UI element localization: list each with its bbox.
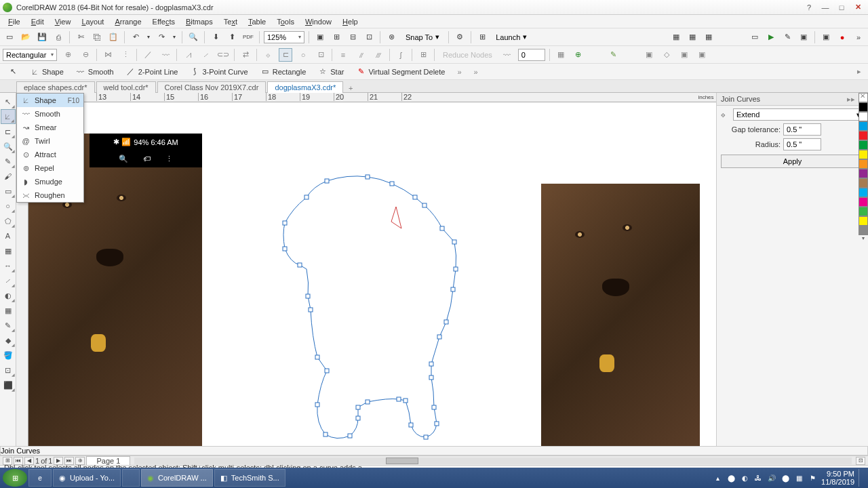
reflect-h-button[interactable]: ⫽ <box>354 48 368 62</box>
stretch-nodes-button[interactable]: ⊡ <box>314 48 328 62</box>
apply-button[interactable]: Apply <box>721 155 864 168</box>
color-swatch[interactable] <box>859 131 868 140</box>
tray-icon[interactable]: ⬤ <box>726 473 736 483</box>
artistic-media-tool[interactable]: 🖌 <box>1 169 16 184</box>
menu-bitmaps[interactable]: Bitmaps <box>180 16 218 27</box>
macro-1-button[interactable]: ▦ <box>669 30 683 44</box>
horizontal-ruler[interactable]: 111213141516171819202122 <box>28 93 704 102</box>
to-curve-button[interactable]: 〰 <box>159 48 172 62</box>
menu-edit[interactable]: Edit <box>26 16 50 27</box>
export-button[interactable]: ⬆ <box>225 30 239 44</box>
rectangle-tool[interactable]: ▭◢ <box>1 184 16 199</box>
flyout-repel[interactable]: ⊚Repel <box>17 161 83 175</box>
join-nodes-button[interactable]: ⋈ <box>101 48 115 62</box>
plugin-4-button[interactable]: ▣ <box>695 48 709 62</box>
new-button[interactable]: ▭ <box>3 30 16 44</box>
join-method-select[interactable]: Extend ▾ <box>733 108 864 121</box>
palette-scroll-down[interactable]: ▾ <box>859 235 868 241</box>
smoothness-spinner[interactable]: 0 <box>518 49 545 61</box>
taskbar-coreldraw[interactable]: ◉CorelDRAW ... <box>141 469 213 487</box>
dimension-tool[interactable]: ↔◢ <box>1 258 16 273</box>
tool-shape-barbtn[interactable]: ⟀Shape <box>24 66 69 78</box>
flyout-shape[interactable]: ⟀ShapeF10 <box>17 94 83 107</box>
flyout-roughen[interactable]: ⩙Roughen <box>17 188 83 202</box>
tray-volume-icon[interactable]: 🔊 <box>767 473 776 483</box>
taskbar-techsmith[interactable]: ◧TechSmith S... <box>214 469 285 487</box>
publish-pdf-button[interactable]: PDF <box>241 30 255 44</box>
print-button[interactable]: ⎙ <box>52 30 65 44</box>
copy-button[interactable]: ⿻ <box>90 30 104 44</box>
eyedropper-tool[interactable]: ✎◢ <box>1 318 16 333</box>
taskbar-ie[interactable]: e <box>28 469 52 487</box>
tab-2[interactable]: Corel Class Nov 2019X7.cdr <box>157 81 267 93</box>
tray-clock[interactable]: 9:50 PM 11/8/2019 <box>821 470 854 486</box>
drop-shadow-tool[interactable]: ◐◢ <box>1 288 16 303</box>
bar-overflow-1[interactable]: » <box>452 66 467 77</box>
close-button[interactable]: ✕ <box>850 2 865 13</box>
tool-3point-barbtn[interactable]: ⟆3-Point Curve <box>184 66 253 78</box>
outline-tool[interactable]: ⊡◢ <box>1 363 16 378</box>
undo-dropdown[interactable]: ▾ <box>145 30 152 44</box>
rulers-button[interactable]: ⊞ <box>330 30 343 44</box>
delete-node-button[interactable]: ⊖ <box>79 48 92 62</box>
color-swatch[interactable] <box>859 121 868 131</box>
minimize-button[interactable]: — <box>818 2 833 13</box>
elastic-mode-button[interactable]: ∫ <box>394 48 408 62</box>
zoom-tool[interactable]: 🔍◢ <box>1 139 16 154</box>
smooth-node-button[interactable]: ⟋ <box>199 48 212 62</box>
menu-text[interactable]: Text <box>218 16 243 27</box>
tab-3[interactable]: dogplasmaX3.cdr* <box>267 81 343 93</box>
color-swatch[interactable] <box>859 207 868 216</box>
tool-rectangle-barbtn[interactable]: ▭Rectangle <box>255 66 312 78</box>
bounding-box-button[interactable]: ▦ <box>554 48 568 62</box>
selection-mode[interactable]: Rectangular ▾ <box>3 49 57 61</box>
color-swatch[interactable] <box>859 226 868 235</box>
taskbar-blank[interactable] <box>122 469 140 487</box>
reflect-v-button[interactable]: ⫻ <box>372 48 385 62</box>
smart-fill-tool[interactable]: 🪣 <box>1 348 16 363</box>
color-swatch[interactable] <box>859 112 868 121</box>
snap-off-button[interactable]: ⊗ <box>384 30 398 44</box>
color-swatch[interactable] <box>859 169 868 178</box>
macro-edit-button[interactable]: ✎ <box>781 30 794 44</box>
grid-button[interactable]: ⊟ <box>346 30 359 44</box>
dog-photo-right[interactable] <box>541 184 700 446</box>
color-swatch[interactable] <box>859 159 868 169</box>
horizontal-scrollbar[interactable] <box>134 458 852 464</box>
tool-vseg-barbtn[interactable]: ✎Virtual Segment Delete <box>351 66 450 78</box>
save-button[interactable]: 💾 <box>35 30 49 44</box>
cusp-node-button[interactable]: ⩘ <box>181 48 195 62</box>
menu-file[interactable]: File <box>3 16 26 27</box>
tray-icon[interactable]: ◐ <box>740 473 749 483</box>
menu-table[interactable]: Table <box>243 16 271 27</box>
search-content-button[interactable]: 🔍 <box>186 30 200 44</box>
transparency-tool[interactable]: ▦ <box>1 303 16 318</box>
color-swatch[interactable] <box>859 102 868 112</box>
bar-overflow-2[interactable]: » <box>469 66 484 77</box>
flyout-attract[interactable]: ⊙Attract <box>17 148 83 161</box>
menu-window[interactable]: Window <box>300 16 337 27</box>
maximize-button[interactable]: □ <box>834 2 849 13</box>
color-swatch[interactable] <box>859 150 868 159</box>
tool-smooth-barbtn[interactable]: 〰Smooth <box>71 66 119 78</box>
crop-tool[interactable]: ⊏◢ <box>1 124 16 139</box>
add-button[interactable]: ⊕ <box>572 48 585 62</box>
to-line-button[interactable]: ／ <box>141 48 155 62</box>
tray-show-hidden[interactable]: ▴ <box>713 473 722 483</box>
tray-network-icon[interactable]: 🖧 <box>753 473 763 483</box>
color-swatch[interactable] <box>859 140 868 150</box>
quick-customize-button[interactable]: ✎ <box>607 48 620 62</box>
fullscreen-button[interactable]: ▣ <box>313 30 327 44</box>
add-tab-button[interactable]: + <box>344 84 357 92</box>
start-button[interactable]: ⊞ <box>3 469 27 487</box>
launch-dropdown[interactable]: Launch ▾ <box>492 31 531 43</box>
undo-button[interactable]: ↶ <box>129 30 142 44</box>
redo-dropdown[interactable]: ▾ <box>171 30 178 44</box>
text-tool[interactable]: A <box>1 228 16 243</box>
interactive-fill-tool[interactable]: ◆◢ <box>1 333 16 348</box>
dog-outline-curve[interactable] <box>252 174 469 445</box>
docker-collapse-button[interactable]: ▸▸ <box>847 95 855 104</box>
plugin-3-button[interactable]: ▣ <box>677 48 691 62</box>
shape-tool[interactable]: ⟀◢ <box>1 109 16 124</box>
tray-icon[interactable]: ▦ <box>794 473 804 483</box>
